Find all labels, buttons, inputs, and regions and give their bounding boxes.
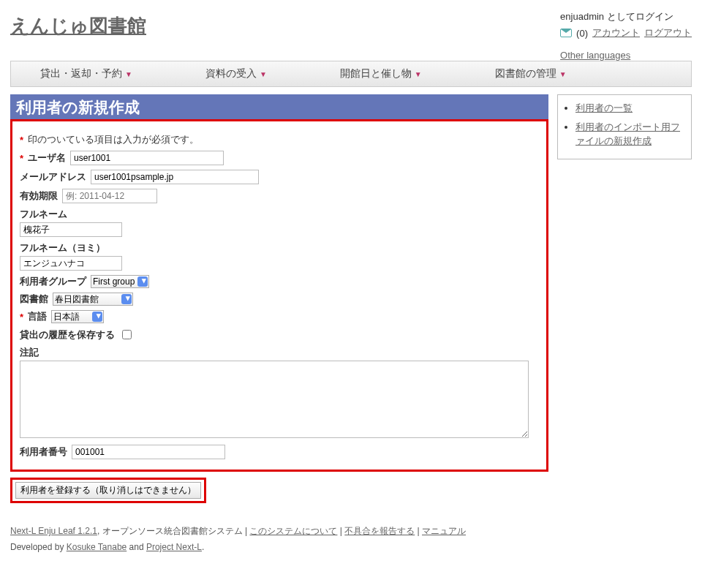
expire-input[interactable] [62, 189, 157, 203]
username-label: ユーザ名 [28, 151, 66, 165]
locale-select-wrap: 日本語 [51, 310, 104, 323]
fullname-kana-input[interactable] [20, 256, 122, 271]
menubar: 貸出・返却・予約▼ 資料の受入▼ 開館日と催し物▼ 図書館の管理▼ [10, 61, 692, 87]
sidebar-item-users: 利用者の一覧 [575, 101, 687, 116]
page-title: 利用者の新規作成 [10, 94, 548, 121]
mail-icon[interactable] [560, 29, 572, 37]
required-asterisk-icon: * [20, 312, 23, 323]
menu-acquisition-label: 資料の受入 [205, 67, 257, 80]
chevron-down-icon: ▼ [260, 70, 267, 78]
chevron-down-icon: ▼ [559, 70, 567, 78]
required-asterisk-icon: * [20, 135, 23, 146]
expire-label: 有効期限 [20, 189, 58, 203]
other-languages-link[interactable]: Other languages [560, 50, 630, 61]
library-label: 図書館 [20, 293, 48, 306]
group-select[interactable]: First group [91, 275, 149, 288]
footer-dev-mid: and [127, 542, 146, 552]
email-input[interactable] [91, 170, 259, 184]
library-select[interactable]: 春日図書館 [53, 293, 133, 306]
mail-count: (0) [576, 28, 588, 39]
site-title[interactable]: えんじゅ図書館 [10, 13, 146, 39]
fullname-input[interactable] [20, 222, 122, 237]
submit-button[interactable] [15, 482, 201, 499]
footer-manual-link[interactable]: マニュアル [422, 526, 466, 536]
username-input[interactable] [70, 151, 224, 165]
fullname-kana-label: フルネーム（ヨミ） [20, 241, 539, 255]
footer-about-link[interactable]: このシステムについて [249, 526, 337, 536]
footer-product-link[interactable]: Next-L Enju Leaf 1.2.1 [10, 526, 97, 536]
note-label: 注記 [20, 346, 539, 359]
submit-wrap [10, 478, 206, 503]
user-number-label: 利用者番号 [20, 445, 67, 459]
menu-checkout-label: 貸出・返却・予約 [40, 67, 122, 80]
library-select-wrap: 春日図書館 [53, 293, 133, 306]
save-history-label: 貸出の履歴を保存する [20, 328, 115, 342]
sidebar: 利用者の一覧 利用者のインポート用ファイルの新規作成 [557, 94, 692, 159]
fullname-label: フルネーム [20, 208, 539, 221]
sidebar-link-users-list[interactable]: 利用者の一覧 [575, 102, 633, 113]
menu-admin[interactable]: 図書館の管理▼ [473, 66, 589, 82]
save-history-checkbox[interactable] [122, 330, 132, 339]
login-box: enjuadmin としてログイン (0) アカウント ログアウト Other … [560, 10, 692, 61]
footer-product-tail: , オープンソース統合図書館システム | [97, 526, 247, 536]
footer: Next-L Enju Leaf 1.2.1, オープンソース統合図書館システム… [10, 525, 548, 552]
sidebar-item-import: 利用者のインポート用ファイルの新規作成 [575, 120, 687, 148]
footer-sep: | [337, 526, 344, 536]
user-form: * 印のついている項目は入力が必須です。 * ユーザ名 メールアドレス 有効期限… [10, 119, 548, 472]
locale-select[interactable]: 日本語 [51, 310, 104, 323]
email-label: メールアドレス [20, 170, 86, 184]
logout-link[interactable]: ログアウト [644, 26, 692, 39]
account-link[interactable]: アカウント [592, 26, 640, 39]
footer-dev-tail: . [202, 542, 204, 552]
menu-checkout[interactable]: 貸出・返却・予約▼ [18, 66, 154, 82]
required-asterisk-icon: * [20, 153, 23, 164]
menu-admin-label: 図書館の管理 [495, 67, 556, 80]
locale-label: 言語 [28, 310, 47, 323]
user-number-input[interactable] [72, 445, 225, 459]
note-textarea[interactable] [20, 361, 529, 438]
footer-report-link[interactable]: 不具合を報告する [344, 526, 415, 536]
group-label: 利用者グループ [20, 275, 86, 288]
chevron-down-icon: ▼ [415, 70, 422, 78]
menu-calendar[interactable]: 開館日と催し物▼ [318, 66, 444, 82]
footer-dev2-link[interactable]: Project Next-L [146, 542, 202, 552]
footer-sep: | [415, 526, 422, 536]
footer-dev-lead: Developed by [10, 542, 67, 552]
sidebar-link-import[interactable]: 利用者のインポート用ファイルの新規作成 [575, 121, 680, 147]
group-select-wrap: First group [91, 275, 149, 288]
login-status: enjuadmin としてログイン [560, 10, 673, 23]
menu-calendar-label: 開館日と催し物 [340, 67, 412, 80]
footer-dev1-link[interactable]: Kosuke Tanabe [67, 542, 127, 552]
required-note: 印のついている項目は入力が必須です。 [28, 133, 199, 146]
menu-acquisition[interactable]: 資料の受入▼ [184, 66, 289, 82]
chevron-down-icon: ▼ [125, 70, 132, 78]
